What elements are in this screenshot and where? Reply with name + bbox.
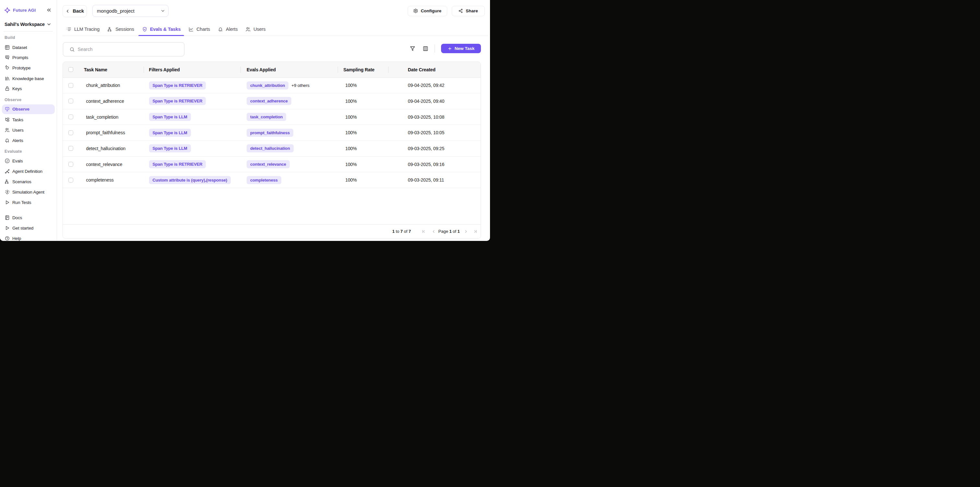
first-page-button[interactable] <box>421 229 426 234</box>
date-created: 09-03-2025, 09:25 <box>408 141 445 156</box>
sidebar-item-prototype[interactable]: Prototype <box>2 63 55 73</box>
bell-icon <box>218 27 223 32</box>
tab-label: LLM Tracing <box>74 27 100 32</box>
column-header-sampling-rate: Sampling Rate <box>344 62 375 78</box>
next-page-button[interactable] <box>463 229 469 234</box>
date-created: 09-03-2025, 10:08 <box>408 109 445 125</box>
eval-chip: prompt_faithfulness <box>247 129 293 137</box>
sidebar-item-label: Agent Definition <box>12 169 43 174</box>
tab-label: Users <box>253 27 266 32</box>
eval-chip: task_completion <box>247 113 286 121</box>
gear-icon <box>413 8 418 13</box>
table-row[interactable]: task_completion Span Type is LLM task_co… <box>63 109 480 125</box>
page-indicator: Page1of1 <box>439 225 460 239</box>
table-row[interactable]: context_relevance Span Type is RETRIEVER… <box>63 156 480 172</box>
date-created: 09-04-2025, 09:40 <box>408 93 445 109</box>
table-row[interactable]: completeness Custom attribute is (query)… <box>63 172 480 188</box>
chevron-down-icon <box>161 8 165 13</box>
select-all-checkbox[interactable] <box>68 67 73 72</box>
app-window: Future AGI Sahil's Workspace Build Datas… <box>0 0 490 241</box>
sidebar-collapse-button[interactable] <box>46 7 52 13</box>
row-checkbox[interactable] <box>68 178 73 182</box>
row-checkbox[interactable] <box>68 130 73 135</box>
workspace-selector[interactable]: Sahil's Workspace <box>5 21 51 28</box>
table-row[interactable]: detect_hallucination Span Type is LLM de… <box>63 141 480 156</box>
filter-chip: Span Type is RETRIEVER <box>149 97 206 105</box>
sampling-rate: 100% <box>345 93 357 109</box>
tab-alerts[interactable]: Alerts <box>214 23 241 36</box>
back-button[interactable]: Back <box>62 5 87 17</box>
tab-evals-tasks[interactable]: Evals & Tasks <box>138 23 185 36</box>
columns-button[interactable] <box>423 46 428 51</box>
scenarios-icon <box>5 179 10 185</box>
eval-chip: chunk_attribution <box>247 81 288 89</box>
sidebar-item-keys[interactable]: Keys <box>2 84 55 94</box>
search-input[interactable] <box>78 47 181 52</box>
tab-label: Evals & Tasks <box>150 27 181 32</box>
task-name: context_relevance <box>86 156 123 172</box>
table-row[interactable]: prompt_faithfulness Span Type is LLM pro… <box>63 125 480 141</box>
sidebar-item-knowledge-base[interactable]: Knowledge base <box>2 73 55 84</box>
table-row[interactable]: chunk_attribution Span Type is RETRIEVER… <box>63 78 480 94</box>
futureagi-logo-icon <box>4 7 11 14</box>
sidebar-item-simulation-agent[interactable]: Simulation Agent <box>2 187 55 197</box>
row-checkbox[interactable] <box>68 99 73 104</box>
filter-chip: Custom attribute is (query),(response) <box>149 176 231 184</box>
sidebar-item-get-started[interactable]: Get started <box>2 223 55 233</box>
sidebar-item-help[interactable]: Help <box>2 233 55 241</box>
sidebar-item-run-tests[interactable]: Run Tests <box>2 198 55 208</box>
filter-chip: Span Type is LLM <box>149 144 191 152</box>
eval-chip: completeness <box>247 176 281 184</box>
share-button[interactable]: Share <box>452 6 485 16</box>
sidebar-item-users[interactable]: Users <box>2 125 55 135</box>
sidebar-item-prompts[interactable]: Prompts <box>2 53 55 62</box>
sidebar-item-alerts[interactable]: Alerts <box>2 136 55 145</box>
tab-sessions[interactable]: Sessions <box>104 23 138 36</box>
sampling-rate: 100% <box>345 78 357 93</box>
evals-icon <box>5 158 10 164</box>
filters-cell: Span Type is RETRIEVER <box>149 78 206 93</box>
row-checkbox[interactable] <box>68 83 73 88</box>
previous-page-button[interactable] <box>431 229 436 234</box>
sidebar-item-scenarios[interactable]: Scenarios <box>2 177 55 187</box>
alerts-icon <box>5 138 10 143</box>
evals-cell: prompt_faithfulness <box>247 125 293 141</box>
row-checkbox[interactable] <box>68 162 73 167</box>
table-row[interactable]: context_adherence Span Type is RETRIEVER… <box>63 93 480 109</box>
search-box <box>63 42 185 56</box>
tab-charts[interactable]: Charts <box>185 23 213 36</box>
help-icon <box>5 236 10 241</box>
row-checkbox[interactable] <box>68 115 73 119</box>
sidebar-item-dataset[interactable]: Dataset <box>2 43 55 53</box>
eval-chip: context_adherence <box>247 97 291 105</box>
sidebar-item-label: Help <box>12 236 21 241</box>
tab-users[interactable]: Users <box>242 23 269 36</box>
sidebar-item-label: Users <box>12 128 24 133</box>
sidebar-item-evals[interactable]: Evals <box>2 156 55 166</box>
sidebar-item-observe[interactable]: Observe <box>2 104 55 114</box>
tab-llm-tracing[interactable]: LLM Tracing <box>62 23 103 36</box>
configure-button[interactable]: Configure <box>408 6 447 16</box>
sidebar-item-label: Keys <box>12 86 22 91</box>
tab-label: Sessions <box>115 27 134 32</box>
sidebar-item-agent-definition[interactable]: Agent Definition <box>2 166 55 176</box>
chevron-left-icon <box>65 9 70 14</box>
row-checkbox[interactable] <box>68 146 73 151</box>
date-created: 09-03-2025, 09:11 <box>408 172 444 188</box>
project-selector[interactable]: mongodb_project <box>92 5 169 17</box>
last-page-button[interactable] <box>473 229 478 234</box>
sampling-rate: 100% <box>345 141 357 156</box>
sidebar-item-label: Observe <box>12 107 30 112</box>
new-task-button[interactable]: New Task <box>441 44 481 54</box>
search-icon <box>69 47 75 52</box>
chevron-first-icon <box>421 229 426 234</box>
filter-chip: Span Type is RETRIEVER <box>149 160 206 168</box>
filter-button[interactable] <box>410 46 415 51</box>
filters-cell: Span Type is RETRIEVER <box>149 93 206 109</box>
sidebar-item-label: Scenarios <box>12 179 32 184</box>
sidebar-item-docs[interactable]: Docs <box>2 213 55 223</box>
chevron-right-icon <box>463 229 469 234</box>
sidebar-item-label: Knowledge base <box>12 76 44 81</box>
column-separator <box>240 67 241 73</box>
sidebar-item-tasks[interactable]: Tasks <box>2 115 55 125</box>
